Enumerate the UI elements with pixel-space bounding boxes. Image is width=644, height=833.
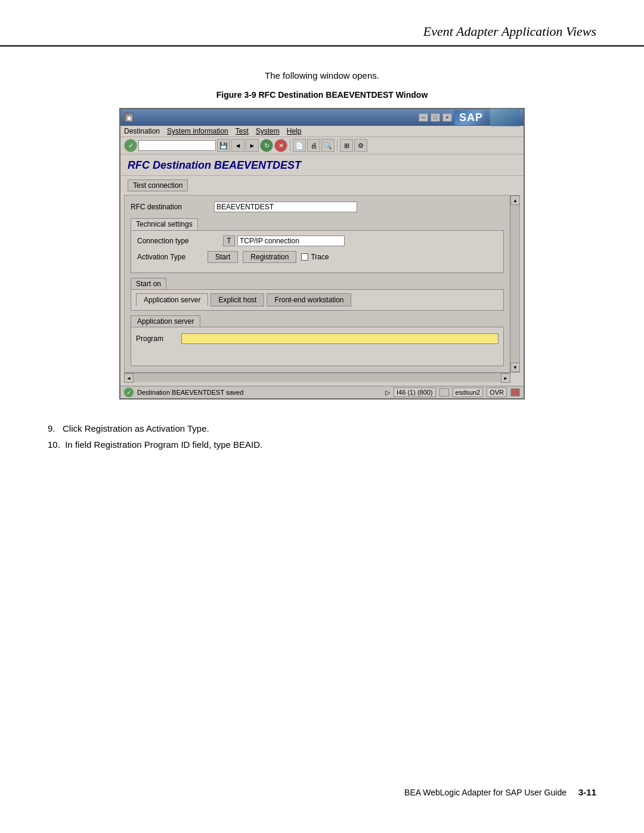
trace-checkbox[interactable] — [301, 253, 308, 261]
status-arrow: ▷ — [385, 389, 390, 397]
stop-button[interactable]: ✕ — [274, 139, 287, 152]
menu-system[interactable]: System — [256, 127, 280, 135]
maximize-button[interactable]: □ — [431, 113, 440, 122]
sap-menubar: Destination System information Test Syst… — [120, 126, 524, 137]
footer-text: BEA WebLogic Adapter for SAP User Guide — [404, 788, 566, 797]
sap-toolbar: ✓ 💾 ◄ ► ↻ ✕ 📄 🖨 🔍 ⊞ ⚙ — [120, 137, 524, 154]
test-connection-row: Test connection — [120, 176, 524, 195]
page-header: Event Adapter Application Views — [0, 0, 644, 47]
window-icon: ▣ — [124, 113, 134, 122]
start-button[interactable]: Start — [208, 251, 238, 263]
toolbar-separator — [290, 140, 290, 151]
frontend-workstation-button[interactable]: Front-end workstation — [267, 293, 351, 306]
page-footer: BEA WebLogic Adapter for SAP User Guide … — [404, 787, 596, 797]
step-10-number: 10. — [48, 439, 63, 450]
print-button[interactable]: 🖨 — [307, 139, 320, 152]
forward-button[interactable]: ► — [246, 139, 259, 152]
intro-text: The following window opens. — [48, 70, 596, 80]
app-server-tab-label[interactable]: Application server — [131, 315, 200, 327]
menu-destination[interactable]: Destination — [124, 127, 160, 135]
technical-settings-tab[interactable]: Technical settings — [131, 218, 198, 230]
find-button[interactable]: 🔍 — [321, 139, 335, 152]
sap-logo-graphic — [490, 109, 520, 126]
sap-titlebar: ▣ ─ □ × SAP — [120, 109, 524, 126]
connection-type-row: Connection type T — [137, 236, 497, 246]
status-system: I46 (1) (800) — [394, 388, 436, 397]
start-on-content: Application server Explicit host Front-e… — [131, 289, 504, 311]
connection-type-label: Connection type — [137, 237, 221, 245]
titlebar-left: ▣ — [124, 113, 134, 122]
status-mode: OVR — [487, 388, 507, 397]
status-user: esdsun2 — [453, 388, 484, 397]
page-body: The following window opens. Figure 3-9 R… — [0, 58, 644, 411]
scroll-left-button[interactable]: ◄ — [124, 373, 134, 383]
activation-type-row: Activation Type Start Registration Trace — [137, 251, 497, 263]
sap-statusbar: ✓ Destination BEAEVENTDEST saved ▷ I46 (… — [120, 386, 524, 398]
application-server-button[interactable]: Application server — [136, 293, 208, 306]
header-title: Event Adapter Application Views — [423, 24, 596, 39]
status-icon-box — [439, 388, 449, 397]
activation-type-label: Activation Type — [137, 253, 203, 261]
app-server-spacer — [136, 344, 499, 362]
layout-button[interactable]: ⊞ — [340, 139, 353, 152]
step-9-text: Click Registration as Activation Type. — [63, 423, 209, 433]
page-container: Event Adapter Application Views The foll… — [0, 0, 644, 833]
rfc-destination-input[interactable] — [214, 202, 357, 212]
scroll-horizontal-track — [134, 373, 501, 382]
scroll-down-button[interactable]: ▼ — [510, 363, 520, 372]
back-button[interactable]: ◄ — [231, 139, 244, 152]
technical-settings-section: Technical settings Connection type T Act… — [131, 218, 504, 273]
command-input[interactable] — [138, 140, 216, 151]
start-on-section: Start on Application server Explicit hos… — [131, 278, 504, 311]
technical-settings-content: Connection type T Activation Type Start … — [131, 230, 504, 273]
new-button[interactable]: 📄 — [293, 139, 306, 152]
steps-section: 9. Click Registration as Activation Type… — [0, 411, 644, 467]
program-label: Program — [136, 335, 178, 343]
step-10: 10. In field Registration Program ID fie… — [48, 439, 596, 450]
sap-inner-content: RFC destination Technical settings Conne… — [124, 195, 520, 373]
close-button[interactable]: × — [442, 113, 452, 122]
start-on-buttons: Application server Explicit host Front-e… — [136, 293, 499, 306]
scroll-right-button[interactable]: ► — [501, 373, 510, 383]
menu-system-information[interactable]: System information — [167, 127, 228, 135]
app-server-section: Application server Program — [131, 315, 504, 366]
rfc-title: RFC Destination BEAEVENTDEST — [120, 154, 524, 176]
status-icon: ✓ — [124, 388, 134, 397]
sap-logo: SAP — [454, 110, 488, 125]
trace-label: Trace — [311, 253, 329, 261]
refresh-button[interactable]: ↻ — [260, 139, 273, 152]
step-10-text: In field Registration Program ID field, … — [65, 439, 262, 450]
checkmark-button[interactable]: ✓ — [124, 139, 137, 152]
program-input[interactable] — [181, 333, 499, 344]
toolbar-separator-2 — [337, 140, 338, 151]
program-row: Program — [136, 333, 499, 344]
bottom-scrollbar: ◄ ► — [124, 373, 510, 382]
rfc-destination-row: RFC destination — [131, 202, 504, 212]
test-connection-button[interactable]: Test connection — [128, 179, 188, 191]
registration-button[interactable]: Registration — [243, 251, 296, 263]
status-end-icon — [510, 388, 520, 397]
app-server-content: Program — [131, 327, 504, 366]
scroll-up-button[interactable]: ▲ — [510, 196, 520, 205]
step-9-number: 9. — [48, 423, 60, 433]
right-scrollbar: ▲ ▼ — [510, 196, 519, 372]
connection-type-input[interactable] — [237, 236, 345, 246]
scroll-track — [510, 205, 519, 363]
trace-checkbox-row: Trace — [301, 253, 329, 261]
save-button[interactable]: 💾 — [217, 139, 230, 152]
step-9: 9. Click Registration as Activation Type… — [48, 423, 596, 433]
rfc-destination-label: RFC destination — [131, 203, 214, 211]
minimize-button[interactable]: ─ — [419, 113, 428, 122]
connection-type-t: T — [223, 236, 235, 246]
sap-window: ▣ ─ □ × SAP Destination System informati… — [119, 108, 525, 400]
footer-page: 3-11 — [578, 787, 596, 797]
menu-test[interactable]: Test — [236, 127, 249, 135]
start-on-tab-label[interactable]: Start on — [131, 278, 166, 289]
inner-content-area: RFC destination Technical settings Conne… — [124, 195, 520, 382]
figure-caption: Figure 3-9 RFC Destination BEAEVENTDEST … — [48, 90, 596, 100]
status-text: Destination BEAEVENTDEST saved — [137, 389, 382, 396]
settings-button[interactable]: ⚙ — [354, 139, 367, 152]
menu-help[interactable]: Help — [287, 127, 302, 135]
explicit-host-button[interactable]: Explicit host — [210, 293, 264, 306]
